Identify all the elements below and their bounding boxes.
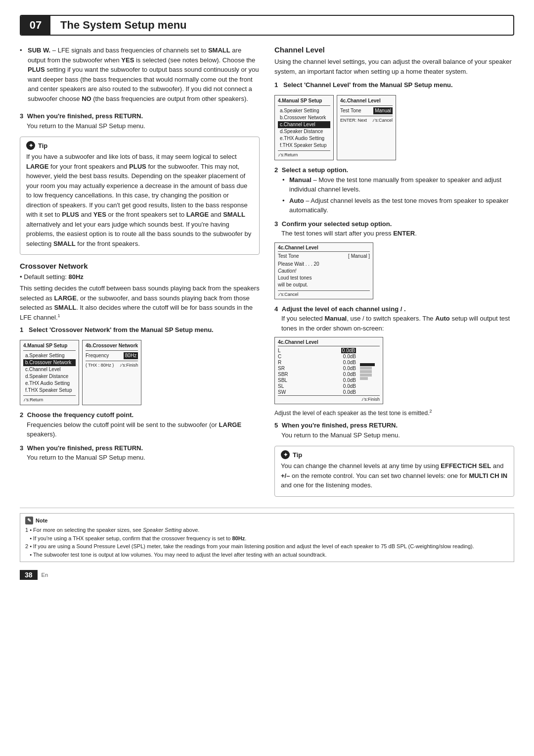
cl-step4: 4 Adjust the level of each channel using…	[274, 304, 514, 333]
subw-bullet-item: SUB W. – LFE signals and bass frequencie…	[20, 46, 260, 103]
step-3-return-left: 3 When you're finished, press RETURN. Yo…	[20, 111, 260, 131]
option-auto: Auto – Adjust channel levels as the test…	[282, 196, 514, 215]
cl-screen-step3: 4c.Channel Level Test Tone [ Manual ] Pl…	[274, 242, 373, 299]
screen-item: e.THX Audio Setting	[23, 380, 76, 387]
test-tone-label: Test Tone	[340, 107, 361, 114]
level-bars	[360, 348, 380, 395]
note-item-1b: • If you're using a THX speaker setup, c…	[25, 534, 509, 543]
ch-row-SW: SW 0.0dB	[278, 389, 356, 395]
cs-title: 4c.Channel Level	[278, 245, 370, 252]
tip-label: Tip	[38, 142, 47, 149]
right-column: Channel Level Using the channel level se…	[274, 46, 514, 503]
ch-row-SR: SR 0.0dB	[278, 366, 356, 371]
channel-level-heading: Channel Level	[274, 46, 514, 54]
screen-title-right: 4b.Crossover Network	[86, 342, 138, 351]
crossover-step2-body: Frequencies below the cutoff point will …	[27, 420, 260, 439]
page-language: En	[42, 572, 48, 578]
chapter-number: 07	[21, 16, 50, 35]
tip-icon: ✦	[26, 141, 35, 150]
crossover-body: This setting decides the cutoff between …	[20, 284, 260, 322]
screen-item: a.Speaker Setting	[23, 352, 76, 359]
thx-note: ( THX : 80Hz )	[86, 362, 114, 369]
cl-screen-left: 4.Manual SP Setup a.Speaker Setting b.Cr…	[274, 95, 334, 161]
step-title: When you're finished, press RETURN.	[27, 112, 143, 120]
page-title: The System Setup menu	[50, 16, 197, 35]
tip-text-right: You can change the channel levels at any…	[281, 461, 508, 490]
screen-footer: ♪'s:Return	[23, 395, 76, 403]
cl-step5: 5 When you're finished, press RETURN. Yo…	[274, 421, 514, 440]
cancel-footer: ♪'s:Cancel	[278, 290, 370, 297]
cl-screen-step4: 4c.Channel Level L 0.0dB C 0.0dB R 0.0dB	[274, 337, 383, 404]
cl-step5-body: You return to the Manual SP Setup menu.	[281, 430, 514, 440]
tip-icon-right: ✦	[281, 450, 290, 459]
note-item-2b: • The subwoofer test tone is output at l…	[25, 551, 509, 559]
finish-label: ♪'s:Finish	[120, 362, 138, 369]
section-divider	[20, 508, 514, 508]
crossover-screen-right: 4b.Crossover Network Frequency 80Hz ( TH…	[82, 340, 141, 406]
loud-tones-line2: will be output.	[278, 282, 370, 288]
channel-values: L 0.0dB C 0.0dB R 0.0dB SR 0.0dB	[278, 348, 356, 395]
crossover-step2: 2 Choose the frequency cutoff point. Fre…	[20, 410, 260, 439]
page-number: 38	[20, 570, 38, 580]
note-item-2: 2 • If you are using a Sound Pressure Le…	[25, 542, 509, 551]
tip-box-right: ✦ Tip You can change the channel levels …	[274, 446, 514, 497]
ch-row-C: C 0.0dB	[278, 354, 356, 359]
tt-value: [ Manual ]	[348, 253, 370, 259]
screen-item: b.Crossover Network	[278, 114, 330, 121]
bar1	[360, 363, 375, 366]
enter-next: ENTER: Next	[340, 117, 367, 124]
main-content: SUB W. – LFE signals and bass frequencie…	[20, 46, 514, 503]
bar5	[360, 377, 368, 380]
note-item-1: 1 • For more on selecting the speaker si…	[25, 526, 509, 534]
cl-screens-step1: 4.Manual SP Setup a.Speaker Setting b.Cr…	[274, 95, 514, 161]
bar4	[360, 374, 372, 377]
step-body: You return to the Manual SP Setup menu.	[27, 121, 260, 131]
adjust-note: Adjust the level of each speaker as the …	[274, 408, 514, 418]
ch-row-SL: SL 0.0dB	[278, 383, 356, 389]
note-label: Note	[36, 517, 47, 525]
cl-screen-right: 4c.Channel Level Test Tone Manual ENTER:…	[337, 95, 396, 161]
tip-label-right: Tip	[293, 451, 302, 459]
bar2	[360, 367, 372, 370]
cs4-title: 4c.Channel Level	[278, 339, 380, 346]
test-tone-row-s3: Test Tone [ Manual ]	[278, 253, 370, 259]
ch-row-L: L 0.0dB	[278, 348, 356, 353]
channel-level-intro: Using the channel level settings, you ca…	[274, 57, 514, 76]
note-icon: ✎	[25, 517, 33, 524]
notes-section: ✎ Note 1 • For more on selecting the spe…	[20, 513, 514, 563]
option-manual: Manual – Move the test tone manually fro…	[282, 175, 514, 194]
cancel-label: ♪'s:Cancel	[372, 117, 393, 124]
screen-item-active: c.Channel Level	[278, 121, 330, 128]
crossover-default: • Default setting: 80Hz	[20, 273, 260, 281]
tt-label: Test Tone	[278, 253, 299, 259]
freq-label: Frequency	[86, 352, 109, 359]
screen-item: f.THX Speaker Setup	[278, 142, 330, 149]
left-column: SUB W. – LFE signals and bass frequencie…	[20, 46, 260, 503]
cl-step4-body: If you selected Manual, use / to switch …	[281, 314, 514, 333]
ch-row-SBL: SBL 0.0dB	[278, 378, 356, 383]
subw-bullet-section: SUB W. – LFE signals and bass frequencie…	[20, 46, 260, 103]
cl-step3-body: The test tones will start after you pres…	[281, 229, 514, 238]
ch-row-SBR: SBR 0.0dB	[278, 372, 356, 377]
finish-footer: ♪'s:Finish	[278, 395, 380, 402]
crossover-step1: 1 Select 'Crossover Network' from the Ma…	[20, 325, 260, 335]
crossover-step3: 3 When you're finished, press RETURN. Yo…	[20, 443, 260, 463]
setup-options: Manual – Move the test tone manually fro…	[274, 175, 514, 215]
please-wait: Please Wait . . . 20 Caution! Loud test …	[278, 261, 370, 288]
crossover-screens: 4.Manual SP Setup a.Speaker Setting b.Cr…	[20, 340, 260, 406]
crossover-screen-left: 4.Manual SP Setup a.Speaker Setting b.Cr…	[20, 340, 79, 406]
page-header: 07 The System Setup menu	[20, 15, 514, 36]
screen-item: c.Channel Level	[23, 366, 76, 373]
test-tone-value: Manual	[373, 107, 393, 114]
screen-footer: ♪'s:Return	[278, 150, 330, 158]
crossover-network-heading: Crossover Network	[20, 262, 260, 270]
screen-item: e.THX Audio Setting	[278, 135, 330, 142]
test-tone-row: Test Tone Manual	[340, 107, 393, 114]
screen-item: a.Speaker Setting	[278, 107, 330, 114]
cl-step2: 2 Select a setup option. Manual – Move t…	[274, 165, 514, 215]
tip-box-left: ✦ Tip If you have a subwoofer and like l…	[20, 137, 260, 255]
cl-step1: 1 Select 'Channel Level' from the Manual…	[274, 80, 514, 90]
channel-table: L 0.0dB C 0.0dB R 0.0dB SR 0.0dB	[278, 348, 380, 395]
cl-screen-title-r: 4c.Channel Level	[340, 97, 393, 106]
step-number: 3	[20, 112, 23, 120]
